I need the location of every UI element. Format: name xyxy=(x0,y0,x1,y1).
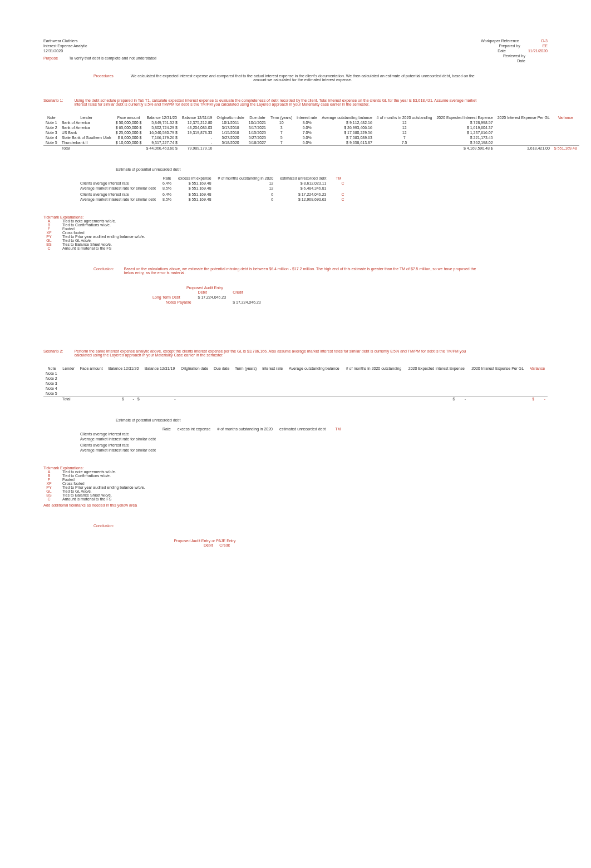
tickmark-row: GLTied to GL w/o/e. xyxy=(43,239,548,242)
conclusion1-text: Based on the calculations above, we esti… xyxy=(124,267,480,275)
scenario1-table: Note Lender Face amount Balance 12/31/20… xyxy=(43,115,579,151)
header: Earthwear Clothiers Interest Expense Ana… xyxy=(43,39,548,63)
table-row: Note 1 xyxy=(43,371,548,376)
prep-label: Prepared by xyxy=(499,44,520,48)
table-row: Note 4 xyxy=(43,386,548,391)
col-b20: Balance 12/31/20 xyxy=(144,115,179,120)
col-lender: Lender xyxy=(60,115,114,120)
scenario1-text: Using the debt schedule prepared in Tab … xyxy=(74,98,480,106)
col-face: Face amount xyxy=(114,115,144,120)
table-row: Average market interest rate for similar… xyxy=(77,448,347,453)
proposed-entry-2: Proposed Audit Entry or PAJE Entry Debit… xyxy=(149,539,548,548)
table-row: Average market interest rate for similar… xyxy=(77,197,347,202)
tickmark-row: XFCross footed xyxy=(43,231,548,235)
estimate-table: Rate excess int expense # of months outs… xyxy=(77,176,347,202)
table-row: Note 5Thunderbank II$ 10,000,000 $9,317,… xyxy=(43,140,579,146)
purpose-text: To verify that debt is complete and not … xyxy=(69,56,156,60)
table-row: Note 2Bank of America$ 65,000,000 $5,802… xyxy=(43,125,579,130)
tickmark-row: FFooted xyxy=(43,478,548,482)
conclusion1-label: Conclusion: xyxy=(93,267,114,271)
col-exp: 2020 Expected Interest Expense xyxy=(434,115,495,120)
company: Earthwear Clothiers xyxy=(43,39,156,43)
tickmark-hint: Add additional tickmarks as needed in th… xyxy=(43,503,548,507)
proc-label: Procedures xyxy=(93,74,114,78)
conclusion2-label: Conclusion: xyxy=(93,524,114,528)
col-avg: Average outstanding balance xyxy=(319,115,375,120)
tickmark-title: Tickmark Explanations: xyxy=(43,215,548,219)
table-row: Note 3 xyxy=(43,381,548,386)
table-row: Note 1Bank of America$ 50,000,000 $5,849… xyxy=(43,120,579,125)
report-title: Interest Expense Analytic xyxy=(43,44,156,48)
table-row: Note 5 xyxy=(43,391,548,396)
tickmark-row: BSTies to Balance Sheet w/o/e. xyxy=(43,493,548,497)
rev-date-label: Date xyxy=(517,59,525,63)
table-row: Note 2 xyxy=(43,376,548,381)
table-row: Average market interest rate for similar… xyxy=(77,437,347,442)
table-row: Clients average interest rate xyxy=(77,431,347,437)
tickmark-row: CAmount is material to the FS xyxy=(43,497,548,501)
tickmark-block: Tickmark Explanations: ATied to note agr… xyxy=(43,215,548,250)
proposed-entry-1: Proposed Audit Entry DebitCredit Long Te… xyxy=(149,286,548,305)
tickmark-row: PYTied to Prior year audited ending bala… xyxy=(43,485,548,489)
tickmark-row: ATied to note agreements w/o/e. xyxy=(43,470,548,474)
wr-label: Workpaper Reference xyxy=(481,39,519,43)
estimate2-title: Estimate of potential unrecorded debt xyxy=(116,418,548,422)
date-value: 11/21/2020 xyxy=(528,49,548,53)
col-gl: 2020 Interest Expense Per GL xyxy=(495,115,552,120)
tickmark-row: GLTied to GL w/o/e. xyxy=(43,489,548,493)
tickmark-row: ATied to note agreements w/o/e. xyxy=(43,219,548,223)
date-label: Date xyxy=(498,49,506,53)
tickmark-row: BSTies to Balance Sheet w/o/e. xyxy=(43,242,548,246)
table-row: Clients average interest rate6.4%$ 551,1… xyxy=(77,192,347,197)
table-row: Clients average interest rate xyxy=(77,443,347,448)
wr-value: D-3 xyxy=(541,39,548,43)
scenario2-label: Scenario 2: xyxy=(43,349,63,353)
col-b19: Balance 12/31/19 xyxy=(180,115,215,120)
table-row: Note 3US Bank$ 25,000,000 $16,040,580.79… xyxy=(43,130,579,135)
table-row: Note 4State Bank of Southern Utah$ 8,000… xyxy=(43,135,579,140)
col-due: Due date xyxy=(247,115,268,120)
col-orig: Origination date xyxy=(214,115,246,120)
prep-value: EE xyxy=(543,44,548,48)
col-term: Term (years) xyxy=(268,115,294,120)
estimate2-table: Rate excess int expense # of months outs… xyxy=(77,426,347,453)
scenario2-table: Note Lender Face amount Balance 12/31/20… xyxy=(43,366,548,401)
col-months: # of months in 2020 outstanding xyxy=(375,115,435,120)
tickmark-row: CAmount is material to the FS xyxy=(43,246,548,250)
scenario1-label: Scenario 1: xyxy=(43,98,63,102)
tickmark-block-2: Tickmark Explanations: ATied to note agr… xyxy=(43,466,548,507)
scenario1-total-row: Total $ 44,066,463.60 $ 79,989,179.16 $ … xyxy=(43,146,579,151)
tickmark-row: BTied to Confirmations w/o/e. xyxy=(43,223,548,227)
table-row: Clients average interest rate6.4%$ 551,1… xyxy=(77,181,347,186)
purpose-label: Purpose xyxy=(43,56,58,60)
scenario2-total-row: Total $ - $ - $ - $ - xyxy=(43,396,548,402)
scenario2-text: Perform the same interest expense analyt… xyxy=(74,349,480,357)
tickmark-row: XFCross footed xyxy=(43,482,548,485)
rev-label: Reviewed by xyxy=(503,54,525,58)
col-rate: interest rate xyxy=(294,115,319,120)
table-row: Average market interest rate for similar… xyxy=(77,186,347,191)
tickmark-row: FFooted xyxy=(43,227,548,231)
tickmark-row: BTied to Confirmations w/o/e. xyxy=(43,474,548,478)
col-var: Variance xyxy=(552,115,579,120)
tickmark-row: PYTied to Prior year audited ending bala… xyxy=(43,235,548,239)
estimate-title: Estimate of potential unrecorded debt xyxy=(116,167,548,171)
report-date: 12/31/2020 xyxy=(43,49,156,53)
col-note: Note xyxy=(43,115,60,120)
proc-text: We calculated the expected interest expe… xyxy=(125,74,481,82)
